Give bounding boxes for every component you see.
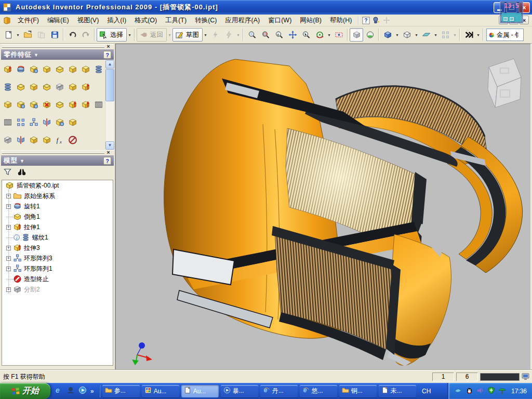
menu-item-3[interactable]: 视图(V) (73, 15, 103, 26)
menu-item-5[interactable]: 格式(O) (130, 15, 161, 26)
taskbar-button-2[interactable]: Au... (142, 385, 179, 397)
tree-item-feature-8[interactable]: +环形阵列1 (2, 263, 113, 274)
expand-plus-icon[interactable]: + (6, 246, 11, 250)
dropdown-caret-icon[interactable]: ▾ (127, 28, 132, 42)
tree-item-feature-10[interactable]: +分割2 (2, 284, 113, 295)
bird-icon[interactable] (455, 387, 462, 396)
rib-icon[interactable] (53, 61, 66, 77)
derive-icon[interactable] (27, 132, 40, 148)
sweep-surface-icon[interactable] (1, 97, 14, 112)
undo-button[interactable] (65, 28, 79, 42)
zoom-all-button[interactable] (245, 28, 259, 42)
dropdown-caret-icon[interactable]: ▾ (475, 28, 481, 42)
select-tool-button[interactable]: 选择 (97, 28, 127, 42)
model-panel-help-button[interactable]: ? (103, 157, 111, 165)
collet-part-model[interactable] (164, 59, 523, 366)
display-mode-button[interactable] (381, 28, 394, 42)
split-face-icon[interactable] (53, 79, 66, 95)
promote-icon[interactable] (79, 97, 92, 112)
dropdown-caret-icon[interactable]: ▾ (15, 28, 21, 42)
menu-item-11[interactable]: 帮助(H) (326, 15, 356, 26)
dropdown-caret-icon[interactable]: ▾ (433, 28, 438, 42)
taskbar-button-1[interactable]: 参... (102, 385, 140, 397)
scroll-down-icon[interactable]: ▼ (105, 141, 114, 150)
expand-plus-icon[interactable]: + (6, 225, 11, 230)
decal-icon[interactable] (14, 97, 27, 112)
fillet-icon[interactable] (27, 79, 40, 95)
menu-item-7[interactable]: 转换(C) (191, 15, 221, 26)
scrollbar-thumb[interactable] (105, 69, 114, 101)
view-cube[interactable] (488, 59, 521, 108)
shaded-display-button[interactable] (350, 28, 363, 42)
filter-icon[interactable] (3, 168, 12, 178)
menu-item-4[interactable]: 插入(I) (103, 15, 130, 26)
feature-panel-header[interactable]: 零件特征▼ ? (1, 49, 114, 60)
taskbar-button-8[interactable]: 未... (379, 385, 416, 397)
umbrella-icon[interactable] (498, 387, 506, 396)
feature-panel-close-icon[interactable]: × (105, 43, 112, 50)
dropdown-caret-icon[interactable]: ▾ (235, 28, 241, 42)
zoom-button[interactable]: ± (272, 28, 286, 42)
feature-panel-scrollbar[interactable]: ▲ ▼ (105, 60, 114, 150)
intersect-icon[interactable] (27, 97, 40, 112)
ruled-surface-icon[interactable] (92, 97, 105, 112)
media-quicklaunch-icon[interactable] (78, 386, 87, 396)
end-of-part-icon[interactable] (66, 132, 79, 148)
model-panel-header[interactable]: 模型▼ ? (1, 155, 114, 166)
draft-icon[interactable] (40, 79, 53, 95)
circular-pattern-icon[interactable] (27, 114, 40, 130)
tree-item-feature-2[interactable]: +旋转1 (2, 201, 113, 211)
menu-item-2[interactable]: 编辑(E) (43, 15, 73, 26)
expand-plus-icon[interactable]: + (6, 287, 11, 292)
camera-mode-button[interactable] (400, 28, 414, 42)
shell-icon[interactable] (40, 61, 53, 77)
sweep-icon[interactable] (79, 61, 92, 77)
zoom-window-button[interactable] (259, 28, 272, 42)
expand-plus-icon[interactable]: + (6, 204, 11, 209)
work-axis-icon[interactable] (14, 132, 27, 148)
feature-panel-grip[interactable]: × (1, 44, 114, 49)
loft-icon[interactable] (66, 61, 79, 77)
dropdown-caret-icon[interactable]: ▾ (326, 28, 332, 42)
menu-item-8[interactable]: 应用程序(A) (221, 15, 264, 26)
analysis-button[interactable] (462, 28, 475, 42)
graphics-viewport[interactable] (115, 44, 530, 370)
expand-plus-icon[interactable]: + (6, 256, 11, 261)
corner-seam-icon[interactable] (53, 97, 66, 112)
messenger-quicklaunch-icon[interactable] (66, 386, 75, 396)
mirror-icon[interactable] (40, 114, 53, 130)
return-button[interactable]: 返回 (137, 28, 167, 42)
shield-icon[interactable] (487, 387, 495, 396)
taskbar-button-6[interactable]: e悠... (300, 385, 337, 397)
orbit-button[interactable] (313, 28, 326, 42)
split-icon[interactable] (1, 132, 14, 148)
slice-graphics-button[interactable] (419, 28, 433, 42)
tree-item-feature-7[interactable]: +环形阵列3 (2, 253, 113, 263)
taskbar-button-3[interactable]: Au... (181, 385, 219, 397)
assistant-icon[interactable] (371, 16, 381, 25)
taskbar-button-5[interactable]: e丹... (260, 385, 298, 397)
model-panel-close-icon[interactable]: × (105, 149, 112, 156)
look-at-button[interactable] (332, 28, 345, 42)
delete-face-icon[interactable] (40, 97, 53, 112)
tree-item-feature-6[interactable]: +拉伸3 (2, 243, 113, 253)
language-indicator[interactable]: CH (418, 388, 435, 395)
qq-icon[interactable] (466, 387, 473, 396)
dropdown-caret-icon[interactable]: ▾ (394, 28, 400, 42)
dropdown-caret-icon[interactable]: ▾ (452, 28, 458, 42)
coil-icon[interactable] (92, 61, 105, 77)
tree-item-feature-9[interactable]: 造型终止 (2, 274, 113, 284)
move-face-icon[interactable] (53, 114, 66, 130)
emboss-icon[interactable] (79, 79, 92, 95)
material-select[interactable]: 金属 - 钅 (486, 29, 524, 41)
tree-item-feature-1[interactable]: +原始坐标系 (2, 191, 113, 201)
speaker-icon[interactable] (476, 387, 484, 396)
open-file-button[interactable] (21, 28, 34, 42)
hole-icon[interactable] (27, 61, 40, 77)
knurl-icon[interactable] (1, 114, 14, 130)
trim-icon[interactable] (66, 97, 79, 112)
expand-plus-icon[interactable]: + (6, 267, 11, 271)
dropdown-caret-icon[interactable]: ▾ (414, 28, 419, 42)
new-file-button[interactable] (2, 28, 15, 42)
update-button[interactable] (208, 28, 222, 42)
